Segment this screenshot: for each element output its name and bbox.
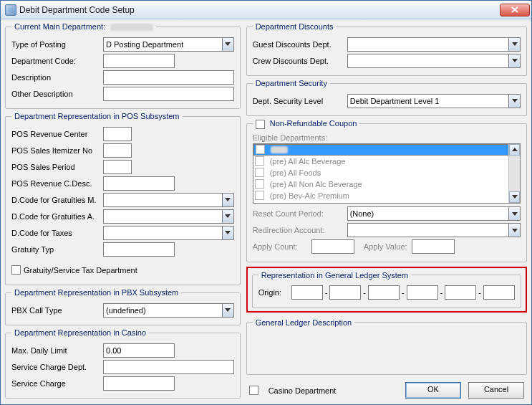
list-item[interactable]: (pre) All Non Alc Beverage	[253, 178, 520, 190]
list-checkbox[interactable]	[255, 156, 264, 166]
origin-inputs: - - - - -	[291, 285, 515, 300]
titlebar: Debit Department Code Setup	[1, 1, 531, 19]
dropdown-arrow-icon[interactable]	[222, 193, 234, 207]
list-checkbox[interactable]	[255, 191, 264, 200]
taxes-input[interactable]	[103, 226, 222, 240]
grat-m-combo[interactable]	[103, 193, 234, 207]
reset-count-input[interactable]	[347, 206, 508, 221]
guest-discounts-input[interactable]	[347, 37, 508, 52]
group-gl-description: General Ledger Description	[246, 318, 527, 375]
cancel-button[interactable]: Cancel	[468, 382, 524, 399]
origin-input-1[interactable]	[291, 285, 323, 300]
taxes-combo[interactable]	[103, 226, 234, 240]
type-of-posting-label: Type of Posting	[11, 40, 103, 49]
scroll-track[interactable]	[509, 156, 520, 191]
pos-rev-center-label: POS Revenue Center	[11, 130, 103, 138]
pbx-call-type-label: PBX Call Type	[11, 306, 103, 315]
eligible-departments-list[interactable]: (pre) All Alc Beverage (pre) All Foods (…	[253, 143, 521, 204]
type-of-posting-input[interactable]	[103, 37, 222, 52]
list-item[interactable]: (pre) Bev-Alc Premium	[253, 190, 520, 201]
dropdown-arrow-icon[interactable]	[222, 209, 234, 224]
origin-input-2[interactable]	[329, 285, 361, 300]
pos-itemizer-input[interactable]	[103, 143, 132, 158]
pos-rev-center-input[interactable]	[103, 127, 132, 141]
left-column: Current Main Department: Type of Posting…	[5, 22, 241, 400]
apply-value-input[interactable]	[412, 239, 455, 254]
security-level-combo[interactable]	[347, 94, 521, 108]
window-frame: Debit Department Code Setup Current Main…	[0, 0, 532, 405]
ok-button[interactable]: OK	[405, 382, 461, 399]
origin-input-4[interactable]	[407, 285, 438, 300]
pbx-call-type-input[interactable]	[103, 303, 222, 318]
scroll-down-button[interactable]	[509, 191, 520, 203]
dropdown-arrow-icon[interactable]	[222, 303, 234, 318]
dropdown-arrow-icon[interactable]	[508, 223, 521, 237]
grat-a-label: D.Code for Gratuities A.	[11, 212, 103, 221]
list-scrollbar[interactable]	[508, 144, 520, 203]
list-item-redacted	[271, 146, 288, 153]
dropdown-arrow-icon[interactable]	[508, 206, 521, 221]
origin-input-6[interactable]	[483, 285, 515, 300]
type-of-posting-combo[interactable]	[103, 37, 234, 52]
grat-m-label: D.Code for Gratuities M.	[11, 196, 103, 204]
grat-typ-input[interactable]	[103, 242, 175, 257]
list-item[interactable]: (pre) All Foods	[253, 167, 520, 178]
list-item[interactable]	[253, 144, 520, 156]
gst-checkbox[interactable]	[11, 265, 21, 275]
nonref-coupon-label: Non-Refundable Coupon	[270, 119, 357, 128]
list-item[interactable]: (pre) All Alc Beverage	[253, 156, 520, 167]
max-daily-input[interactable]	[103, 343, 175, 358]
svc-dept-label: Service Charge Dept.	[11, 363, 103, 371]
max-daily-label: Max. Daily Limit	[11, 346, 103, 355]
dropdown-arrow-icon[interactable]	[222, 37, 234, 52]
legend-pos: Department Representation in POS Subsyst…	[11, 112, 183, 120]
dropdown-arrow-icon[interactable]	[508, 54, 521, 68]
apply-count-input[interactable]	[311, 239, 354, 254]
close-button[interactable]	[500, 4, 530, 16]
other-description-label: Other Description	[11, 90, 103, 98]
origin-input-5[interactable]	[445, 285, 476, 300]
list-checkbox[interactable]	[255, 179, 264, 189]
origin-input-3[interactable]	[368, 285, 400, 300]
app-icon	[5, 4, 16, 16]
dropdown-arrow-icon[interactable]	[508, 94, 521, 108]
pbx-call-type-combo[interactable]	[103, 303, 234, 318]
security-level-input[interactable]	[347, 94, 508, 108]
nonref-coupon-checkbox[interactable]	[256, 120, 265, 129]
scroll-up-button[interactable]	[509, 144, 520, 156]
grat-m-input[interactable]	[103, 193, 222, 207]
dept-code-input[interactable]	[103, 54, 175, 68]
list-checkbox[interactable]	[255, 168, 264, 177]
legend-casino: Department Representation in Casino	[11, 328, 149, 337]
crew-discounts-input[interactable]	[347, 54, 508, 68]
reset-count-combo[interactable]	[347, 206, 521, 221]
svc-dept-input[interactable]	[103, 360, 234, 374]
gst-checkbox-label: Gratuity/Service Tax Department	[24, 266, 137, 275]
footer-row: Casino Department OK Cancel	[246, 378, 527, 400]
list-checkbox[interactable]	[256, 145, 265, 154]
legend-coupon: Non-Refundable Coupon	[253, 119, 360, 129]
other-description-input[interactable]	[103, 87, 234, 101]
grat-a-combo[interactable]	[103, 209, 234, 224]
pos-sales-period-label: POS Sales Period	[11, 163, 103, 171]
reset-count-label: Reset Count Period:	[253, 209, 347, 218]
group-casino: Department Representation in Casino Max.…	[5, 328, 241, 399]
redirect-combo[interactable]	[347, 223, 521, 237]
dropdown-arrow-icon[interactable]	[508, 37, 521, 52]
apply-value-label: Apply Value:	[354, 242, 412, 251]
apply-count-label: Apply Count:	[253, 242, 311, 251]
close-icon	[511, 6, 518, 13]
redirect-input[interactable]	[347, 223, 508, 237]
description-input[interactable]	[103, 70, 234, 85]
pos-rev-cdesc-input[interactable]	[103, 176, 175, 191]
guest-discounts-combo[interactable]	[347, 37, 521, 52]
crew-discounts-combo[interactable]	[347, 54, 521, 68]
dept-code-label: Department Code:	[11, 57, 103, 65]
casino-dept-checkbox[interactable]	[249, 386, 258, 395]
svc-charge-input[interactable]	[103, 376, 175, 391]
group-pbx-subsystem: Department Representation in PBX Subsyst…	[5, 288, 241, 325]
grat-a-input[interactable]	[103, 209, 222, 224]
casino-dept-label: Casino Department	[269, 386, 337, 395]
pos-sales-period-input[interactable]	[103, 160, 132, 174]
dropdown-arrow-icon[interactable]	[222, 226, 234, 240]
